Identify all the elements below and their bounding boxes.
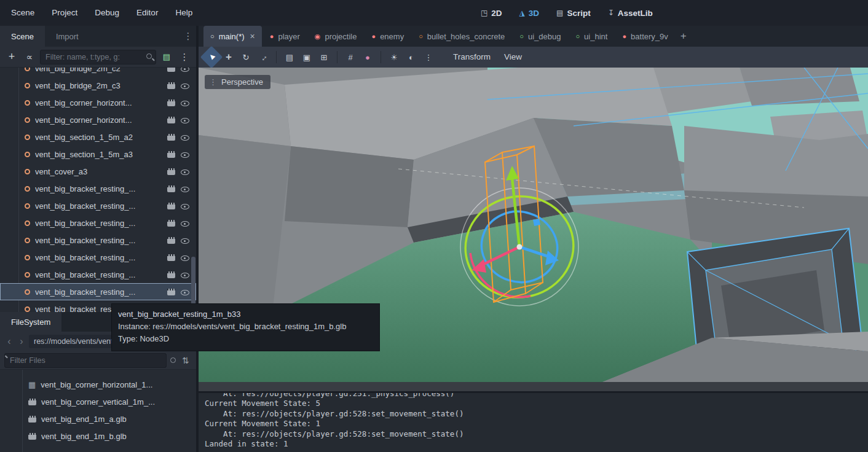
visibility-toggle-icon[interactable] [180, 253, 190, 262]
visibility-toggle-icon[interactable] [180, 133, 190, 142]
visibility-toggle-icon[interactable] [180, 167, 190, 176]
file-filter-input[interactable] [4, 353, 167, 368]
tree-node-row[interactable]: vent_big_bracket_resting_... [0, 197, 196, 214]
visibility-toggle-icon[interactable] [180, 219, 190, 228]
tree-node-row[interactable]: vent_big_bracket_resting_... [0, 232, 196, 249]
menubar-item[interactable]: Editor [128, 0, 167, 26]
lock-node-button[interactable]: ▣ [299, 49, 315, 65]
transform-menu[interactable]: Transform [446, 47, 497, 68]
tree-node-row[interactable]: vent_big_bracket_resting_... [0, 283, 196, 300]
instanced-scene-icon[interactable] [167, 151, 175, 158]
new-scene-tab-button[interactable] [675, 26, 692, 47]
scene-tab[interactable]: ● battery_9v [615, 26, 674, 47]
instanced-scene-icon[interactable] [167, 168, 175, 175]
instanced-scene-icon[interactable] [167, 271, 175, 278]
tab-filesystem[interactable]: FileSystem [0, 312, 61, 332]
scene-dock-menu-icon[interactable] [180, 26, 196, 47]
visibility-toggle-icon[interactable] [180, 150, 190, 159]
scene-tab[interactable]: ○ ui_hint [569, 26, 614, 47]
scene-tab[interactable]: ◉ projectile [308, 26, 364, 47]
tree-node-row[interactable]: vent_big_corner_horizont... [0, 94, 196, 111]
search-icon [146, 53, 152, 59]
viewport-more-menu[interactable]: ⋮ [420, 49, 436, 65]
dock-tab[interactable]: Import [45, 26, 90, 47]
tree-node-row[interactable]: vent_big_bracket_resting_... [0, 249, 196, 266]
snap-toggle[interactable]: # [342, 49, 358, 65]
visibility-toggle-icon[interactable] [180, 201, 190, 211]
visibility-toggle-icon[interactable] [180, 98, 190, 107]
instanced-scene-icon[interactable] [167, 82, 175, 89]
filesystem-file-list: vent_big_corner_horizontal_1... vent_big… [0, 370, 196, 452]
mode-icon: ↧ [608, 9, 614, 17]
mode-2d-button[interactable]: ◳ 2D [481, 9, 502, 18]
file-row[interactable]: vent_big_corner_vertical_1m_... [0, 393, 196, 410]
tree-node-row[interactable]: vent_big_bracket_resting_... [0, 180, 196, 197]
instanced-scene-icon[interactable] [167, 237, 175, 244]
environment-toggle[interactable]: ◐ [403, 49, 419, 65]
mode-3d-button[interactable]: ◮ 3D [519, 9, 540, 18]
sort-files-icon[interactable] [180, 356, 192, 365]
instanced-scene-icon[interactable] [167, 99, 175, 106]
instanced-scene-icon[interactable] [167, 134, 175, 141]
tree-node-row[interactable]: vent_cover_a3 [0, 163, 196, 180]
visibility-toggle-icon[interactable] [180, 236, 190, 245]
back-arrow-icon[interactable]: ‹ [4, 336, 14, 347]
visibility-toggle-icon[interactable] [180, 184, 190, 193]
toolbar-separator [337, 51, 337, 63]
ruler-select-tool[interactable]: ▤ [282, 49, 298, 65]
menubar-item[interactable]: Project [43, 0, 86, 26]
scene-tree-menu-icon[interactable] [177, 50, 192, 64]
dock-tab[interactable]: Scene [0, 26, 45, 47]
instanced-scene-icon[interactable] [167, 254, 175, 261]
visibility-toggle-icon[interactable] [180, 68, 190, 73]
instanced-scene-icon[interactable] [167, 289, 175, 295]
node-name: vent_big_bracket_resting_... [35, 201, 162, 211]
visibility-toggle-icon[interactable] [180, 270, 190, 279]
tree-node-row[interactable]: vent_big_bracket_resting_... [0, 266, 196, 283]
select-tool[interactable]: ► [200, 46, 223, 69]
instance-scene-button[interactable] [22, 50, 37, 64]
scene-filter-input[interactable] [40, 50, 156, 64]
instanced-scene-icon[interactable] [167, 185, 175, 192]
tree-node-row[interactable]: vent_big_bracket_resting_... [0, 214, 196, 232]
add-node-button[interactable] [4, 50, 19, 64]
scene-node-icon: ○ [519, 33, 524, 40]
menubar-item[interactable]: Help [167, 0, 201, 26]
visibility-toggle-icon[interactable] [180, 287, 190, 297]
preview-material-icon[interactable]: ● [360, 49, 376, 65]
tree-node-row[interactable]: vent_big_bridge_2m_c3 [0, 77, 196, 94]
file-row[interactable]: vent_big_end_1m_a.glb [0, 410, 196, 427]
perspective-menu-button[interactable]: Perspective [205, 75, 270, 89]
file-row[interactable]: vent_big_end_1m_b.glb [0, 427, 196, 445]
menubar-item[interactable]: Scene [2, 0, 43, 26]
instanced-scene-icon[interactable] [167, 220, 175, 227]
close-tab-icon[interactable] [250, 31, 255, 41]
sun-toggle[interactable]: ☀ [386, 49, 402, 65]
scale-tool[interactable]: ↔ [252, 46, 275, 69]
output-console[interactable]: At: res://objects/player.gd:251:_physics… [199, 391, 868, 452]
menubar-item[interactable]: Debug [86, 0, 128, 26]
instanced-scene-icon[interactable] [167, 203, 175, 209]
tree-node-row[interactable]: vent_big_section_1_5m_a2 [0, 128, 196, 146]
rotate-tool[interactable]: ↻ [238, 49, 254, 65]
forward-arrow-icon[interactable]: › [17, 336, 26, 347]
scene-tab[interactable]: ● enemy [365, 26, 411, 47]
move-tool[interactable]: + [221, 49, 237, 65]
mode-assetlib-button[interactable]: ↧ AssetLib [608, 9, 653, 18]
scene-tab[interactable]: ○ ui_debug [513, 26, 567, 47]
instanced-scene-icon[interactable] [167, 68, 175, 72]
tree-node-row[interactable]: vent_big_bridge_2m_c2 [0, 68, 196, 77]
scene-tab[interactable]: ○ main(*) [203, 26, 262, 47]
attach-script-button[interactable] [159, 50, 174, 64]
mode-script-button[interactable]: ▤ Script [556, 9, 591, 18]
group-node-button[interactable]: ⊞ [316, 49, 332, 65]
visibility-toggle-icon[interactable] [180, 81, 190, 90]
view-menu[interactable]: View [497, 47, 529, 68]
tree-node-row[interactable]: vent_big_corner_horizont... [0, 111, 196, 128]
file-row[interactable]: vent_big_corner_horizontal_1... [0, 376, 196, 393]
scene-tab[interactable]: ● player [263, 26, 307, 47]
scene-tab[interactable]: ○ bullet_holes_concrete [412, 26, 511, 47]
tree-node-row[interactable]: vent_big_section_1_5m_a3 [0, 146, 196, 163]
instanced-scene-icon[interactable] [167, 117, 175, 123]
visibility-toggle-icon[interactable] [180, 115, 190, 125]
